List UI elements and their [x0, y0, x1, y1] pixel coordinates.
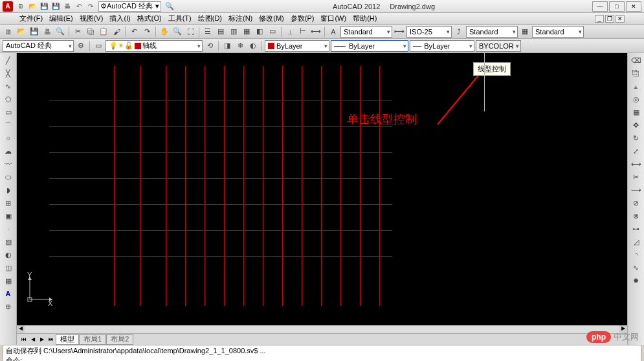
tab-prev-icon[interactable]: ◀ [28, 335, 38, 344]
move-icon[interactable]: ✥ [630, 119, 643, 131]
layer-select[interactable]: 💡 ☀ 🔓 轴线 [105, 40, 203, 52]
design-center-icon[interactable]: ▤ [215, 26, 227, 38]
doc-restore-button[interactable]: ❐ [605, 15, 614, 23]
redo-icon[interactable]: ↷ [85, 1, 96, 12]
menu-edit[interactable]: 编辑(E) [49, 14, 73, 23]
lineweight-select[interactable]: —— ByLayer [410, 40, 474, 52]
dim-style-select[interactable]: Standard [340, 26, 392, 38]
xline-icon[interactable]: ╳ [2, 67, 15, 79]
save-icon[interactable]: 💾 [39, 1, 49, 12]
array-icon[interactable]: ▦ [630, 106, 643, 118]
zoom-ext-icon[interactable]: ⛶ [184, 26, 196, 38]
tool-palette-icon[interactable]: ▥ [228, 26, 239, 38]
menu-view[interactable]: 视图(V) [80, 14, 104, 23]
pan-icon[interactable]: ✋ [159, 26, 170, 38]
linetype-select[interactable]: ——— ByLayer [331, 40, 408, 52]
preview-icon[interactable]: 🔍 [54, 26, 66, 38]
copy-obj-icon[interactable]: ⿻ [630, 67, 643, 79]
tab-layout2[interactable]: 布局2 [106, 334, 133, 345]
doc-minimize-button[interactable]: _ [595, 15, 604, 23]
layer-prev-icon[interactable]: ⟲ [204, 40, 216, 52]
stretch-icon[interactable]: ⟷ [630, 158, 643, 170]
arc-icon[interactable]: ⌒ [2, 119, 15, 131]
dim2-icon[interactable]: ⊢ [297, 26, 309, 38]
menu-insert[interactable]: 插入(I) [109, 14, 130, 23]
markup-icon[interactable]: ◧ [254, 26, 265, 38]
open-icon[interactable]: 📂 [27, 1, 38, 12]
mirror-icon[interactable]: ⟁ [630, 80, 643, 92]
erase-icon[interactable]: ⌫ [630, 54, 643, 66]
point-icon[interactable]: · [2, 223, 15, 235]
table-style-select[interactable]: Standard [532, 26, 584, 38]
ellipse-icon[interactable]: ⬭ [2, 171, 15, 183]
layer-props-icon[interactable]: ▭ [93, 40, 104, 52]
dim-icon[interactable]: ⟂ [284, 26, 296, 38]
new-icon[interactable]: 🗎 [16, 1, 26, 12]
app-logo[interactable]: A [3, 1, 13, 12]
break2-icon[interactable]: ⊗ [630, 210, 643, 222]
rotate-icon[interactable]: ↻ [630, 132, 643, 144]
plotstyle-select[interactable]: BYCOLOR [476, 40, 521, 52]
layer-off-icon[interactable]: ◐ [247, 40, 259, 52]
zoom-icon[interactable]: 🔍 [172, 26, 183, 38]
gradient-icon[interactable]: ◐ [2, 249, 15, 261]
extend-icon[interactable]: ⟶ [630, 184, 643, 196]
plot-icon[interactable]: 🖶 [62, 1, 72, 12]
menu-file[interactable]: 文件(F) [19, 14, 43, 23]
line-icon[interactable]: ╱ [2, 54, 15, 66]
search-icon[interactable]: 🔍 [164, 1, 175, 12]
plot2-icon[interactable]: 🖶 [41, 26, 53, 38]
trim-icon[interactable]: ✂ [630, 171, 643, 183]
join-icon[interactable]: ⊶ [630, 223, 643, 235]
tab-first-icon[interactable]: ⏮ [19, 335, 28, 344]
polyline-icon[interactable]: ∿ [2, 80, 15, 92]
circle-icon[interactable]: ○ [2, 132, 15, 144]
dim-scale-select[interactable]: ISO-25 [406, 26, 452, 38]
layer-freeze-icon[interactable]: ❄ [234, 40, 246, 52]
save-file-icon[interactable]: 💾 [28, 26, 40, 38]
menu-modify[interactable]: 修改(M) [259, 14, 284, 23]
workspace-select[interactable]: AutoCAD 经典 [3, 40, 74, 52]
command-window[interactable]: 自动保存到 C:\Users\Administrator\appdata\loc… [3, 345, 641, 361]
blend-icon[interactable]: ∿ [630, 262, 643, 274]
color-select[interactable]: ByLayer [265, 40, 329, 52]
layer-iso-icon[interactable]: ◨ [221, 40, 233, 52]
doc-close-button[interactable]: ✕ [616, 15, 625, 23]
break-icon[interactable]: ⊘ [630, 197, 643, 209]
undo-icon[interactable]: ↶ [74, 1, 84, 12]
minimize-button[interactable]: — [592, 1, 608, 12]
region-icon[interactable]: ◫ [2, 262, 15, 274]
save-as-icon[interactable]: 💾 [50, 1, 61, 12]
menu-help[interactable]: 帮助(H) [353, 14, 377, 23]
mtext-icon[interactable]: A [2, 288, 15, 299]
menu-format[interactable]: 格式(O) [137, 14, 162, 23]
maximize-button[interactable]: □ [609, 1, 625, 12]
polygon-icon[interactable]: ⬠ [2, 93, 15, 105]
table-draw-icon[interactable]: ▦ [2, 275, 15, 286]
h-scrollbar[interactable]: ◀ ▶ [17, 325, 627, 333]
menu-dimension[interactable]: 标注(N) [228, 14, 252, 23]
undo2-icon[interactable]: ↶ [128, 26, 140, 38]
workspace-gear-icon[interactable]: ⚙ [75, 40, 87, 52]
revcloud-icon[interactable]: ☁ [2, 145, 15, 157]
paste-icon[interactable]: 📋 [98, 26, 109, 38]
dim3-icon[interactable]: ⟷ [310, 26, 322, 38]
menu-parametric[interactable]: 参数(P) [291, 14, 315, 23]
copy-icon[interactable]: ⿻ [85, 26, 96, 38]
multileader-icon[interactable]: ⤴ [453, 26, 465, 38]
redo2-icon[interactable]: ↷ [141, 26, 153, 38]
spline-icon[interactable]: 〰 [2, 158, 15, 170]
drawing-canvas[interactable]: X Y 单击线型控制 线型控制 [17, 53, 627, 325]
insert-block-icon[interactable]: ⊞ [2, 197, 15, 209]
scale-icon[interactable]: ⤢ [630, 145, 643, 157]
text-style-select[interactable]: Standard [466, 26, 518, 38]
new-file-icon[interactable]: 🗎 [3, 26, 14, 38]
chamfer-icon[interactable]: ◿ [630, 236, 643, 248]
ellipse-arc-icon[interactable]: ◗ [2, 184, 15, 196]
sheet-icon[interactable]: ▦ [241, 26, 252, 38]
cut-icon[interactable]: ✂ [72, 26, 83, 38]
open-file-icon[interactable]: 📂 [16, 26, 27, 38]
rectangle-icon[interactable]: ▭ [2, 106, 15, 118]
addselected-icon[interactable]: ⊕ [2, 301, 15, 312]
style-icon[interactable]: A [328, 26, 339, 38]
